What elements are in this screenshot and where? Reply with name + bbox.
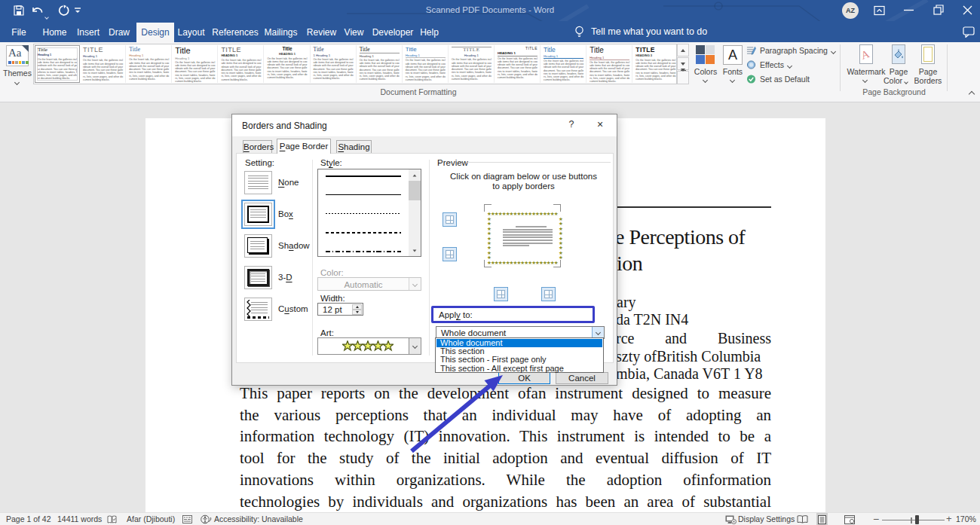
colors-label[interactable]: Colors xyxy=(691,67,721,76)
style-scroll-up[interactable] xyxy=(409,169,421,181)
tab-references[interactable]: References xyxy=(211,23,259,42)
close-button[interactable] xyxy=(963,5,972,15)
gallery-item[interactable]: TITLEHEADING 3On the Insert tab, the gal… xyxy=(633,45,677,83)
dialog-tab-borders[interactable]: Borders xyxy=(243,140,272,154)
gallery-item[interactable]: TitleHEADING 1On the Insert tab, the gal… xyxy=(265,45,311,83)
style-list-scrollbar[interactable] xyxy=(409,169,421,256)
preview-right-border-button[interactable] xyxy=(541,287,556,301)
border-style-option[interactable] xyxy=(326,232,401,234)
fonts-label[interactable]: Fonts xyxy=(718,67,748,76)
dialog-tab-page-border[interactable]: Page Border xyxy=(277,139,331,154)
gallery-item[interactable]: TITLEHeading 1On the Insert tab, the gal… xyxy=(81,45,126,83)
tab-design[interactable]: Design xyxy=(136,23,174,42)
setting-option-custom-icon[interactable] xyxy=(244,298,272,321)
accessibility-icon[interactable] xyxy=(201,514,213,524)
macro-record-icon[interactable] xyxy=(182,515,192,523)
zoom-level[interactable]: 170% xyxy=(956,514,976,523)
cancel-button[interactable]: Cancel xyxy=(556,372,608,384)
setting-option-threed-icon[interactable] xyxy=(244,266,272,289)
preview-star-border-bottom[interactable]: ★★★★★★★★★★★★★★★★★★★ xyxy=(487,260,564,266)
border-style-option[interactable] xyxy=(326,251,401,252)
border-style-option[interactable] xyxy=(326,194,401,195)
word-count[interactable]: 14411 words xyxy=(57,514,102,523)
preview-bottom-border-button[interactable] xyxy=(443,247,457,261)
page-color-label-line1[interactable]: Page xyxy=(884,67,914,76)
watermark-label[interactable]: Watermark xyxy=(843,67,890,76)
tab-layout[interactable]: Layout xyxy=(174,23,209,42)
collapse-ribbon-icon[interactable] xyxy=(969,92,974,96)
gallery-more-button[interactable] xyxy=(677,71,689,84)
tab-help[interactable]: Help xyxy=(415,23,445,42)
gallery-item[interactable]: TitleHeading 1On the Insert tab, the gal… xyxy=(127,45,172,83)
ribbon-display-options-icon[interactable] xyxy=(874,5,885,16)
display-settings-label[interactable]: Display Settings xyxy=(738,514,795,523)
web-layout-icon[interactable] xyxy=(844,515,855,524)
tab-draw[interactable]: Draw xyxy=(105,23,133,42)
art-combobox[interactable] xyxy=(317,337,421,355)
gallery-item[interactable]: TitleHeading 1On the Insert tab, the gal… xyxy=(357,45,403,83)
preview-star-border-right[interactable]: ★★★★★★★★★ xyxy=(558,217,564,260)
dialog-tab-shading[interactable]: Shading xyxy=(336,140,372,154)
setting-option-shadow-icon[interactable] xyxy=(244,234,272,258)
gallery-item[interactable]: TITLEHeading 1On the Insert tab, the gal… xyxy=(449,45,495,83)
themes-button[interactable]: Aa Themes xyxy=(2,44,33,101)
preview-top-border-button[interactable] xyxy=(443,212,457,227)
tab-review[interactable]: Review xyxy=(304,23,340,42)
zoom-slider-handle[interactable] xyxy=(915,515,919,524)
tab-mailings[interactable]: Mailings xyxy=(260,23,302,42)
setting-option-box-icon[interactable] xyxy=(244,203,272,226)
zoom-out-button[interactable]: − xyxy=(873,513,879,525)
border-style-option[interactable] xyxy=(326,213,401,214)
width-spinner[interactable]: 12 pt xyxy=(317,303,363,316)
width-decrement-button[interactable] xyxy=(352,310,362,315)
page-borders-label-line2[interactable]: Borders xyxy=(913,76,943,85)
gallery-scroll-up-button[interactable] xyxy=(677,44,689,56)
colors-icon[interactable] xyxy=(696,45,715,65)
ok-button[interactable]: OK xyxy=(498,372,550,384)
feedback-icon[interactable] xyxy=(963,26,975,38)
minimize-button[interactable] xyxy=(904,9,914,11)
border-style-option[interactable] xyxy=(326,176,401,177)
art-dropdown-icon[interactable] xyxy=(409,338,421,354)
restore-button[interactable] xyxy=(933,5,944,15)
tab-view[interactable]: View xyxy=(340,23,369,42)
page-borders-icon[interactable] xyxy=(921,44,935,64)
zoom-slider-track[interactable] xyxy=(882,520,945,521)
page-indicator[interactable]: Page 1 of 42 xyxy=(6,514,51,523)
gallery-item[interactable]: TitleHeading 1On the Insert tab, the gal… xyxy=(173,45,218,83)
proofing-icon[interactable] xyxy=(107,515,117,524)
gallery-item[interactable]: TitleHeading 1On the Insert tab, the gal… xyxy=(541,45,586,83)
accessibility-status[interactable]: Accessibility: Unavailable xyxy=(214,514,303,523)
page-borders-label-line1[interactable]: Page xyxy=(913,67,943,76)
watermark-icon[interactable]: A xyxy=(859,44,873,64)
preview-star-border-left[interactable]: ★★★★★★★★★ xyxy=(486,217,492,260)
page-color-icon[interactable] xyxy=(892,44,905,64)
tab-file[interactable]: File xyxy=(6,23,32,42)
apply-to-option[interactable]: This section - First page only xyxy=(436,356,602,364)
language-indicator[interactable]: Afar (Djibouti) xyxy=(127,514,175,523)
setting-option-none-icon[interactable] xyxy=(244,171,272,194)
style-scroll-thumb[interactable] xyxy=(409,181,421,200)
effects-label[interactable]: Effects xyxy=(760,60,792,69)
fonts-icon[interactable]: A xyxy=(723,45,743,65)
gallery-item[interactable]: TitleHeading 1On the Insert tab, the gal… xyxy=(587,45,632,83)
tab-insert[interactable]: Insert xyxy=(72,23,104,42)
preview-left-border-button[interactable] xyxy=(494,287,508,301)
width-increment-button[interactable] xyxy=(352,304,362,310)
dialog-close-button[interactable]: × xyxy=(593,118,608,132)
gallery-item[interactable]: TITLEHEADING 1On the Insert tab, the gal… xyxy=(495,45,541,83)
paragraph-spacing-label[interactable]: Paragraph Spacing xyxy=(760,46,835,55)
dialog-help-button[interactable]: ? xyxy=(565,119,577,131)
user-avatar[interactable]: AZ xyxy=(842,2,859,19)
zoom-in-button[interactable]: + xyxy=(946,513,952,524)
tab-home[interactable]: Home xyxy=(38,23,72,42)
preview-star-border-top[interactable]: ★★★★★★★★★★★★★★★★★★★ xyxy=(487,211,564,217)
style-scroll-down[interactable] xyxy=(409,245,421,256)
tell-me-box[interactable]: Tell me what you want to do xyxy=(591,26,707,37)
apply-to-option[interactable]: This section - All except first page xyxy=(436,365,602,373)
tab-developer[interactable]: Developer xyxy=(369,23,416,42)
print-layout-highlight[interactable] xyxy=(816,513,828,525)
page-color-label-line2[interactable]: Color xyxy=(880,76,911,85)
set-as-default-label[interactable]: Set as Default xyxy=(760,75,810,84)
border-style-listbox[interactable] xyxy=(317,169,421,257)
